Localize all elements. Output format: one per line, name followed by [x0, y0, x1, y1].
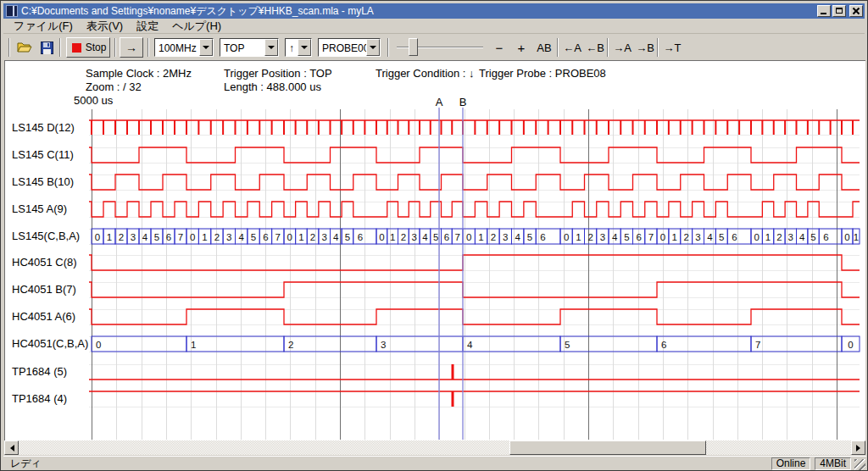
bus-value: 2: [491, 232, 496, 242]
bus-value: 0: [287, 232, 292, 242]
bus-cell: [657, 336, 751, 352]
bus-value: 5: [433, 232, 438, 242]
zoom-info: Zoom : / 32: [86, 80, 142, 93]
bus-value: 0: [379, 232, 384, 242]
sample-clock-info: Sample Clock : 2MHz: [86, 67, 192, 80]
bus-cell: [463, 336, 560, 352]
bus-value: 3: [321, 232, 326, 242]
bus-value: 1: [202, 232, 207, 242]
bus-value: 5: [810, 232, 815, 242]
bus-value: 2: [587, 232, 593, 242]
bus-value: 2: [288, 340, 293, 350]
bus-value: 5: [251, 232, 256, 242]
bus-cell: [284, 336, 376, 352]
bus-value: 2: [119, 232, 124, 242]
bus-value: 1: [390, 232, 395, 242]
bus-value: 7: [755, 340, 760, 350]
bus-cell: [376, 336, 463, 352]
bus-value: 0: [754, 232, 759, 242]
bus-value: 3: [788, 232, 793, 242]
channel-label: TP1684 (5): [12, 365, 67, 378]
bus-value: 6: [444, 232, 449, 242]
bus-cell: [560, 336, 657, 352]
bus-value: 2: [776, 232, 782, 242]
bus-value: 4: [467, 340, 473, 350]
bus-cell: [186, 336, 284, 352]
bus-value: 1: [191, 340, 196, 350]
bus-value: 5: [345, 232, 350, 242]
bus-value: 4: [799, 232, 805, 242]
trigger-condition-info: Trigger Condition : ↓: [376, 67, 475, 80]
bus-value: 3: [411, 232, 416, 242]
bus-value: 0: [466, 232, 471, 242]
bus-value: 6: [661, 340, 666, 350]
bus-value: 6: [732, 232, 737, 242]
bus-value: 6: [636, 232, 641, 242]
signal-ls145-a-9: [89, 202, 860, 217]
bus-value: 4: [515, 232, 520, 242]
bus-value: 3: [503, 232, 508, 242]
bus-value: 1: [765, 232, 771, 242]
bus-value: 6: [823, 232, 828, 242]
strobe-ticks-ls145-d-12: [92, 120, 853, 135]
bus-value: 2: [683, 232, 688, 242]
bus-value: 2: [401, 232, 406, 242]
bus-value: 5: [565, 340, 570, 350]
bus-value: 7: [275, 232, 281, 242]
channel-label: TP1684 (4): [12, 392, 67, 405]
bus-value: 4: [612, 232, 618, 242]
bus-cell: [92, 336, 186, 352]
channel-label: LS145 B(10): [12, 175, 74, 188]
bus-value: 6: [358, 232, 363, 242]
channel-label: HC4051(C,B,A): [12, 337, 88, 350]
bus-value: 5: [527, 232, 532, 242]
bus-value: 6: [166, 232, 171, 242]
marker-label-a: A: [436, 96, 443, 108]
marker-label-b: B: [459, 96, 467, 108]
bus-value: 3: [695, 232, 700, 242]
signal-ls145-c-11: [89, 147, 860, 163]
channel-label: HC4051 A(6): [12, 310, 75, 323]
bus-value: 0: [844, 232, 849, 242]
bus-value: 1: [672, 232, 677, 242]
bus-value: 1: [478, 232, 483, 242]
bus-value: 5: [719, 232, 724, 242]
app-window: C:¥Documents and Settings¥noname¥デスクトップ¥…: [0, 0, 868, 471]
bus-value: 6: [540, 232, 545, 242]
bus-value: 7: [178, 232, 183, 242]
length-info: Length : 488.000 us: [224, 80, 321, 93]
bus-value: 0: [190, 232, 195, 242]
bus-value: 0: [564, 232, 569, 242]
trigger-position-info: Trigger Position : TOP: [224, 67, 332, 80]
signal-hc4051-b-7: [89, 282, 860, 297]
bus-value: 1: [107, 232, 112, 242]
signal-ls145-b-10: [89, 175, 860, 190]
time-scale-label: 5000 us: [74, 94, 113, 107]
bus-value: 0: [848, 340, 853, 350]
bus-cell: [751, 336, 842, 352]
channel-label: LS145 C(11): [12, 148, 74, 161]
channel-label: LS145 D(12): [12, 121, 75, 134]
channel-label: HC4051 B(7): [12, 283, 76, 296]
bus-value: 1: [854, 232, 859, 242]
bus-value: 0: [96, 340, 101, 350]
bus-value: 4: [238, 232, 244, 242]
bus-value: 3: [131, 232, 136, 242]
signal-hc4051-a-6: [89, 309, 860, 324]
bus-value: 3: [381, 340, 386, 350]
channel-label: LS145(C,B,A): [12, 230, 80, 242]
trigger-probe-info: Trigger Probe : PROBE08: [479, 67, 606, 80]
bus-value: 2: [310, 232, 315, 242]
bus-value: 3: [226, 232, 231, 242]
bus-value: 7: [454, 232, 459, 242]
bus-cell: [819, 229, 842, 244]
bus-value: 1: [298, 232, 303, 242]
bus-value: 1: [576, 232, 581, 242]
bus-value: 4: [142, 232, 148, 242]
channel-label: LS145 A(9): [12, 202, 67, 215]
bus-value: 4: [422, 232, 428, 242]
bus-value: 6: [263, 232, 268, 242]
bus-value: 4: [707, 232, 713, 242]
signal-hc4051-c-8: [89, 255, 860, 270]
bus-value: 0: [95, 232, 100, 242]
